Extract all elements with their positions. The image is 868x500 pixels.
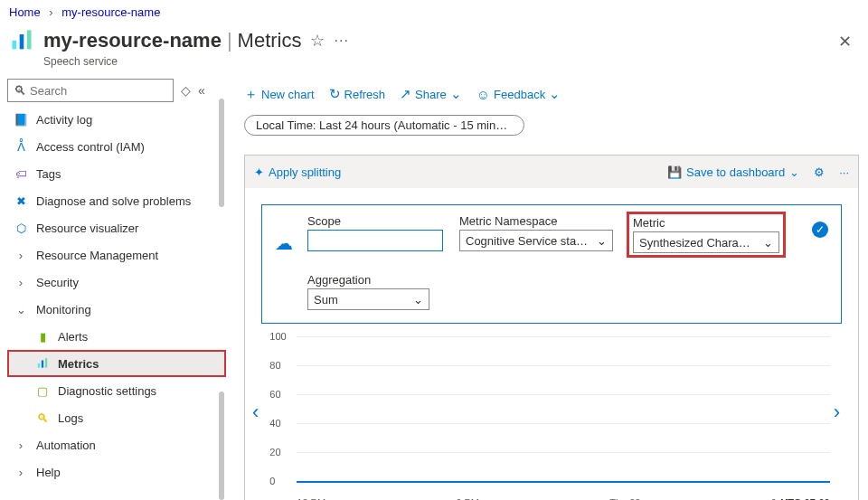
aggregation-label: Aggregation [307,273,429,287]
svg-rect-2 [27,30,32,49]
y-tick-label: 60 [269,389,280,400]
scrollbar-thumb[interactable] [219,392,224,500]
sidebar-item-label: Security [36,276,79,289]
sidebar-item-alerts[interactable]: ▮Alerts [7,323,226,350]
sidebar-group-monitoring[interactable]: ⌄Monitoring [7,296,226,323]
save-icon: 💾 [667,165,682,179]
gridline [297,365,829,366]
chart-card: ✦Apply splitting 💾Save to dashboard⌄ ⚙ ·… [244,155,859,500]
page-title: my-resource-name [43,29,222,52]
sidebar-item-label: Help [36,466,61,479]
iam-icon: ᐰ [13,140,29,154]
breadcrumb: Home › my-resource-name [0,0,868,24]
page-subtitle: Speech service [0,55,868,75]
sidebar-item-diagnose[interactable]: ✖Diagnose and solve problems [7,187,226,214]
settings-button[interactable]: ⚙ [814,165,825,179]
alerts-icon: ▮ [34,330,51,344]
sidebar-item-access-control[interactable]: ᐰAccess control (IAM) [7,133,226,160]
refresh-button[interactable]: ↻Refresh [329,86,386,102]
sidebar-item-metrics[interactable]: Metrics [7,350,226,377]
card-more-button[interactable]: ··· [839,165,849,179]
scope-select[interactable] [307,230,443,251]
new-chart-button[interactable]: ＋New chart [244,86,315,103]
gridline [297,452,829,453]
metric-label: Metric [633,216,779,230]
chart-plot: 02040608010012 PM6 PMThu 226 AMUTC-07:00 [262,331,829,494]
save-to-dashboard-button[interactable]: 💾Save to dashboard⌄ [667,165,799,179]
field-value: Synthesized Characters [639,236,756,250]
sidebar-item-label: Resource Management [36,249,158,262]
chevron-down-icon: ⌄ [413,293,423,307]
sidebar-item-label: Metrics [58,357,99,371]
search-input[interactable]: 🔍︎ [7,79,174,102]
sidebar-item-label: Alerts [58,330,88,344]
sidebar-item-tags[interactable]: 🏷Tags [7,160,226,187]
svg-rect-5 [45,358,47,368]
y-tick-label: 0 [269,476,275,486]
chevron-right-icon: › [13,466,29,479]
content: ＋New chart ↻Refresh ↗Share⌄ ☺Feedback⌄ L… [226,75,868,500]
sidebar: 🔍︎ ◇ « 📘Activity log ᐰAccess control (IA… [0,75,226,500]
metric-select[interactable]: Synthesized Characters⌄ [633,231,779,253]
chevron-right-icon: › [13,439,29,452]
breadcrumb-home[interactable]: Home [9,5,41,19]
scope-label: Scope [307,214,443,228]
y-tick-label: 20 [269,447,280,458]
namespace-select[interactable]: Cognitive Service sta…⌄ [459,230,613,251]
namespace-label: Metric Namespace [459,214,613,228]
collapse-sidebar-icon[interactable]: « [198,83,205,98]
metric-config-row: ☁ Scope Metric Namespace Cognitive Servi… [261,204,842,324]
sidebar-item-diagnostic-settings[interactable]: ▢Diagnostic settings [7,377,226,404]
more-icon[interactable]: ··· [334,33,348,49]
chevron-down-icon: ⌄ [450,86,462,102]
share-button[interactable]: ↗Share⌄ [400,86,462,102]
sidebar-group-resource-management[interactable]: ›Resource Management [7,241,226,269]
toolbar-label: Feedback [494,88,545,101]
svg-rect-3 [38,363,40,368]
toolbar: ＋New chart ↻Refresh ↗Share⌄ ☺Feedback⌄ [244,80,859,108]
chevron-down-icon: ⌄ [597,234,607,248]
field-value: Cognitive Service sta… [466,234,588,248]
chevron-down-icon: ⌄ [549,86,561,102]
scrollbar-thumb[interactable] [219,99,224,207]
scroll-left-button[interactable]: ‹ [250,401,260,424]
sidebar-item-logs[interactable]: 🔍︎Logs [7,404,226,431]
sidebar-item-label: Resource visualizer [36,222,138,235]
gridline [297,423,829,424]
sidebar-group-help[interactable]: ›Help [7,458,226,486]
sidebar-item-label: Automation [36,439,96,452]
y-tick-label: 100 [269,331,286,342]
smile-icon: ☺ [476,87,490,102]
time-range-pill[interactable]: Local Time: Last 24 hours (Automatic - 1… [244,115,524,136]
sidebar-item-resource-visualizer[interactable]: ⬡Resource visualizer [7,214,226,241]
chevron-right-icon: › [49,5,52,19]
toolbar-label: Refresh [344,88,386,101]
expand-icon[interactable]: ◇ [181,83,191,98]
gear-icon: ⚙ [814,165,825,179]
favorite-star-icon[interactable]: ☆ [310,31,325,51]
sidebar-item-label: Monitoring [36,303,91,316]
visualizer-icon: ⬡ [13,222,29,235]
sidebar-item-activity-log[interactable]: 📘Activity log [7,106,226,133]
breadcrumb-resource[interactable]: my-resource-name [61,5,160,19]
sidebar-group-automation[interactable]: ›Automation [7,431,226,458]
plus-icon: ＋ [244,86,258,103]
metrics-icon [34,357,51,370]
sidebar-group-security[interactable]: ›Security [7,269,226,296]
gridline [297,336,829,337]
aggregation-select[interactable]: Sum⌄ [307,288,429,310]
sidebar-item-label: Diagnose and solve problems [36,194,191,208]
feedback-button[interactable]: ☺Feedback⌄ [476,86,561,102]
chevron-down-icon: ⌄ [789,165,799,179]
y-tick-label: 40 [269,418,280,429]
close-icon[interactable]: ✕ [838,32,852,52]
sidebar-nav: 📘Activity log ᐰAccess control (IAM) 🏷Tag… [7,106,226,486]
apply-splitting-button[interactable]: ✦Apply splitting [254,165,341,179]
split-icon: ✦ [254,165,264,179]
series-line [297,481,829,483]
scroll-right-button[interactable]: › [832,401,842,424]
metrics-icon [9,28,34,53]
search-icon: 🔍︎ [14,83,26,98]
chevron-down-icon: ⌄ [13,303,29,316]
card-toolbar-label: Save to dashboard [686,165,785,179]
